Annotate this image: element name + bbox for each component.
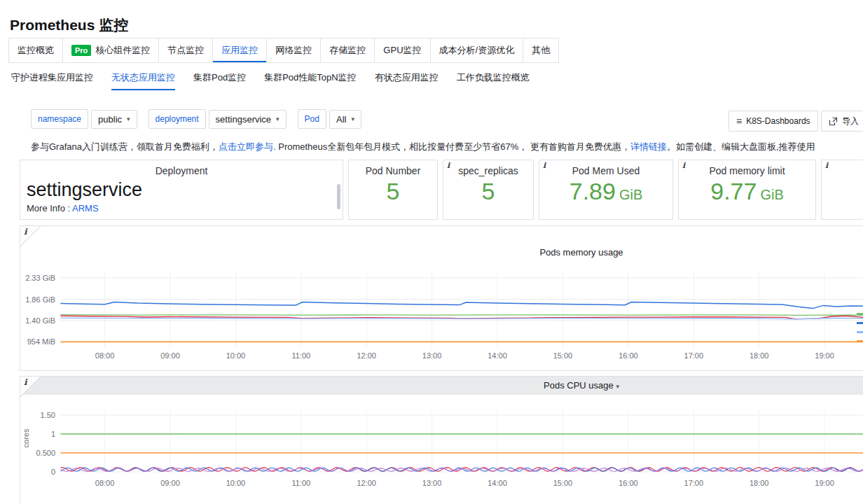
y-axis-tick-label: 1 — [51, 430, 55, 438]
y-axis-tick-label: 1.50 — [41, 411, 55, 419]
tab-stateless-apps[interactable]: 无状态应用监控 — [111, 67, 175, 90]
pods-memory-usage-panel: i Pods memory usage 08:0009:0010:0011:00… — [20, 225, 863, 371]
deployment-stat-panel: Deployment settingservice More Info : AR… — [20, 160, 343, 220]
x-axis-tick-label: 10:00 — [226, 351, 246, 360]
menu-icon: ≡ — [736, 115, 742, 127]
cpu-chart-title-text: Pods CPU usage — [544, 380, 614, 391]
stat-footer: More Info : ARMS — [20, 203, 343, 214]
tab-other[interactable]: 其他 — [523, 38, 559, 63]
namespace-select[interactable]: public ▾ — [91, 110, 137, 129]
pod-memory-limit-stat-value: 9.77GiB — [679, 178, 815, 205]
x-axis-tick-label: 14:00 — [488, 479, 507, 487]
stat-value-unit: GiB — [760, 187, 783, 202]
tab-gpu-monitoring[interactable]: GPU监控 — [374, 38, 430, 63]
info-icon[interactable]: i — [825, 161, 828, 170]
banner-text: 。如需创建、编辑大盘面板,推荐使用 — [667, 141, 815, 152]
banner-text: 参与Grafana入门训练营，领取首月免费福利， — [31, 141, 219, 152]
deployment-select[interactable]: settingservice ▾ — [209, 110, 286, 129]
namespace-filter-label: namespace — [31, 109, 88, 129]
stat-panels-row: Deployment settingservice More Info : AR… — [20, 160, 863, 220]
more-info-label: More Info : — [27, 203, 72, 214]
x-axis-tick-label: 16:00 — [619, 351, 638, 360]
x-axis-tick-label: 10:00 — [226, 479, 246, 487]
tab-core-components[interactable]: Pro 核心组件监控 — [62, 38, 159, 63]
x-axis-tick-label: 08:00 — [95, 479, 115, 487]
x-axis-tick-label: 16:00 — [619, 479, 638, 487]
chevron-down-icon: ▾ — [127, 116, 130, 122]
tab-workload-overview[interactable]: 工作负载监控概览 — [457, 67, 530, 90]
tab-cost-analysis[interactable]: 成本分析/资源优化 — [430, 38, 524, 63]
tab-cluster-pod[interactable]: 集群Pod监控 — [193, 67, 246, 90]
x-axis-tick-label: 17:00 — [684, 351, 704, 360]
y-axis-tick-label: 2.33 GiB — [25, 274, 55, 282]
page: { "page": { "title": "Prometheus 监控" }, … — [0, 0, 863, 504]
y-axis-tick-label: 0.500 — [36, 449, 55, 457]
x-axis-tick-label: 12:00 — [357, 351, 376, 360]
stat-value-number: 7.89 — [569, 178, 616, 204]
tab-node-monitoring[interactable]: 节点监控 — [158, 38, 213, 63]
import-export-icon — [829, 117, 838, 126]
series-line-blue — [61, 302, 863, 309]
x-axis-tick-label: 19:00 — [815, 351, 834, 360]
legend-item-dash — [857, 322, 863, 324]
legend-item-dash — [857, 331, 863, 333]
k8s-dashboards-label: K8S-Dashboards — [746, 116, 810, 126]
k8s-dashboards-button[interactable]: ≡ K8S-Dashboards — [729, 111, 818, 132]
y-axis-tick-label: 1.40 GiB — [25, 316, 55, 325]
stat-value-number: 9.77 — [710, 178, 757, 204]
spec-replicas-stat-value: 5 — [443, 178, 533, 205]
tab-application-monitoring[interactable]: 应用监控 — [212, 38, 267, 63]
cropped-stat-panel: i — [821, 160, 863, 220]
primary-tab-bar: 监控概览 Pro 核心组件监控 节点监控 应用监控 网络监控 存储监控 GPU监… — [8, 38, 559, 63]
pod-filter-label: Pod — [298, 109, 326, 129]
tab-daemonset-apps[interactable]: 守护进程集应用监控 — [11, 67, 93, 90]
memory-chart-title[interactable]: Pods memory usage — [20, 247, 863, 258]
x-axis-tick-label: 08:00 — [95, 351, 115, 360]
info-icon[interactable]: i — [447, 161, 450, 170]
info-icon[interactable]: i — [543, 161, 546, 170]
info-icon[interactable]: i — [682, 161, 685, 170]
chevron-down-icon: ▾ — [616, 383, 619, 390]
cpu-chart-title[interactable]: Pods CPU usage ▾ — [20, 380, 863, 391]
x-axis-tick-label: 11:00 — [291, 479, 310, 487]
pod-mem-used-stat-value: 7.89GiB — [539, 178, 672, 205]
spec-replicas-stat-panel: i spec_replicas 5 — [443, 160, 534, 220]
tab-label: 核心组件监控 — [95, 44, 150, 57]
tab-stateful-apps[interactable]: 有状态应用监控 — [375, 67, 439, 90]
y-axis-tick-label: 954 MiB — [27, 337, 55, 346]
tab-storage-monitoring[interactable]: 存储监控 — [320, 38, 375, 63]
details-link[interactable]: 详情链接 — [630, 141, 667, 152]
legend-item-dash — [857, 340, 863, 342]
stat-title: spec_replicas — [443, 165, 533, 176]
x-axis-tick-label: 13:00 — [422, 351, 442, 360]
deployment-selected-value: settingservice — [216, 114, 271, 125]
y-axis-tick-label: 1.86 GiB — [25, 295, 55, 304]
pod-filter: Pod All ▾ — [298, 109, 361, 129]
import-button[interactable]: 导入 — [821, 111, 863, 132]
deployment-filter-label: deployment — [149, 109, 206, 129]
x-axis-tick-label: 15:00 — [553, 479, 573, 487]
series-line-light-blue — [61, 318, 863, 319]
tab-overview[interactable]: 监控概览 — [8, 38, 63, 63]
x-axis-tick-label: 09:00 — [160, 351, 180, 360]
pod-select[interactable]: All ▾ — [329, 110, 361, 129]
x-axis-tick-label: 12:00 — [357, 479, 376, 487]
deployment-filter: deployment settingservice ▾ — [149, 109, 286, 129]
chevron-down-icon: ▾ — [351, 116, 354, 122]
info-icon[interactable]: i — [24, 227, 27, 237]
x-axis-tick-label: 14:00 — [488, 351, 507, 360]
tab-network-monitoring[interactable]: 网络监控 — [266, 38, 321, 63]
x-axis-tick-label: 18:00 — [750, 479, 769, 487]
stat-title: Pod Mem Used — [539, 165, 672, 176]
panel-scrollbar[interactable] — [337, 184, 340, 209]
arms-link[interactable]: ARMS — [72, 203, 99, 214]
cpu-usage-chart[interactable]: 08:0009:0010:0011:0012:0013:0014:0015:00… — [20, 377, 863, 504]
tab-cluster-pod-topn[interactable]: 集群Pod性能TopN监控 — [264, 67, 356, 90]
namespace-filter: namespace public ▾ — [31, 109, 137, 129]
x-axis-tick-label: 13:00 — [422, 479, 442, 487]
stat-value-unit: GiB — [619, 187, 642, 202]
y-axis-tick-label: 0 — [51, 468, 55, 476]
stat-title: Pod memory limit — [679, 165, 815, 176]
join-training-link[interactable]: 点击立即参与 — [219, 141, 273, 152]
pod-number-stat-panel: Pod Number 5 — [348, 160, 438, 220]
